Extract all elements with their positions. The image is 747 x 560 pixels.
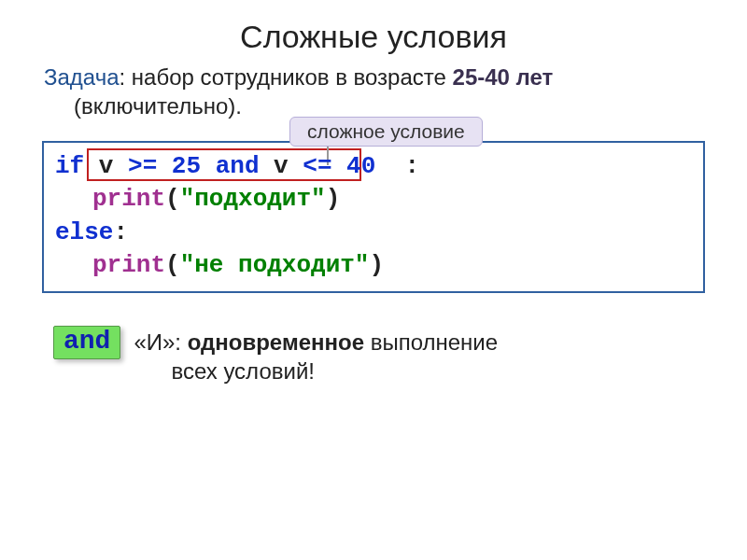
code-example: if v >= 25 and v <= 40 : print("подходит…: [42, 141, 705, 292]
colon-1: :: [390, 152, 419, 180]
code-line-else: else:: [55, 217, 692, 249]
and-text: «И»: одновременное выполнение всех услов…: [134, 326, 498, 385]
slide-title: Сложные условия: [42, 19, 705, 55]
num-40: 40: [332, 152, 390, 180]
and-quote: «И»:: [134, 329, 187, 355]
kw-if: if: [55, 152, 84, 180]
kw-and: and: [216, 152, 260, 180]
str-fits: "подходит": [180, 185, 326, 213]
op-lte: <=: [303, 152, 331, 180]
task-label: Задача: [44, 64, 120, 90]
code-line-if: if v >= 25 and v <= 40 :: [55, 150, 692, 183]
task-age-range: 25-40 лет: [453, 64, 554, 90]
op-gte: >=: [128, 152, 157, 180]
and-rest-1: выполнение: [364, 329, 498, 355]
task-text-1: : набор сотрудников в возрасте: [120, 64, 453, 90]
slide: Сложные условия Задача: набор сотруднико…: [0, 0, 747, 560]
callout-compound-condition: сложное условие: [289, 117, 483, 147]
task-text-2: (включительно).: [44, 93, 242, 119]
task-statement: Задача: набор сотрудников в возрасте 25-…: [42, 63, 705, 120]
fn-print-1: print: [92, 185, 165, 213]
colon-2: :: [113, 218, 128, 246]
code-line-print-2: print("не подходит"): [55, 249, 692, 282]
cond-var-2: v: [259, 152, 303, 180]
num-25: 25: [157, 152, 215, 180]
and-explanation: and «И»: одновременное выполнение всех у…: [42, 326, 705, 385]
code-line-print-1: print("подходит"): [55, 183, 692, 216]
cond-var: v: [84, 152, 128, 180]
and-badge: and: [53, 326, 120, 359]
fn-print-2: print: [92, 251, 165, 279]
and-bold: одновременное: [188, 329, 364, 355]
and-rest-2: всех условий!: [134, 358, 315, 384]
str-not-fits: "не подходит": [180, 251, 370, 279]
kw-else: else: [55, 218, 113, 246]
